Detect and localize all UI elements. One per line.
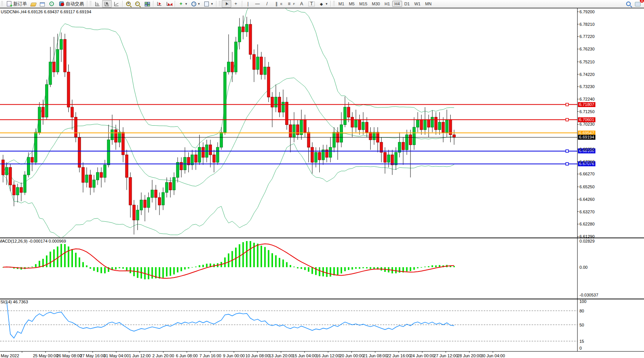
price-tick-label: 6.64260 — [579, 197, 595, 202]
shapes-tool-button[interactable]: ◆▾ — [317, 0, 330, 8]
bear-candle — [427, 120, 430, 127]
period-button[interactable]: ▾ — [189, 0, 202, 8]
macd-histogram-bar — [82, 262, 84, 267]
notifications-button[interactable]: 1 — [633, 0, 642, 8]
bull-candle — [49, 62, 52, 84]
bull-candle — [93, 180, 95, 188]
macd-axis-zero-label: 0.00 — [579, 265, 587, 270]
macd-histogram-bar — [228, 254, 229, 267]
timeframe-button-w1[interactable]: W1 — [412, 1, 423, 7]
bear-candle — [202, 147, 204, 157]
bear-candle — [351, 117, 354, 127]
zoom-in-icon: + — [126, 2, 131, 6]
line-chart-button[interactable] — [112, 0, 121, 8]
chart-shift-button[interactable] — [164, 0, 174, 8]
bull-candle — [140, 200, 143, 210]
bull-candle — [355, 120, 357, 127]
timeframe-button-m5[interactable]: M5 — [347, 1, 357, 7]
price-tick-label: 6.77220 — [579, 34, 595, 39]
bear-candle — [53, 62, 55, 72]
macd-histogram-bar — [370, 267, 371, 269]
tile-windows-button[interactable] — [142, 0, 152, 8]
toolbar-grip[interactable] — [1, 1, 3, 6]
macd-histogram-bar — [195, 267, 197, 267]
macd-histogram-bar — [304, 267, 306, 270]
timeframe-button-d1[interactable]: D1 — [402, 1, 412, 7]
macd-histogram-bar — [75, 253, 77, 267]
macd-histogram-bar — [290, 265, 291, 267]
bull-candle — [60, 39, 63, 49]
crosshair-tool-button[interactable]: + — [231, 0, 241, 8]
timeframe-button-m30[interactable]: M30 — [369, 1, 382, 7]
bear-candle — [260, 57, 263, 74]
bull-candle — [340, 125, 343, 142]
bull-candle — [227, 62, 230, 72]
toolbar-separator — [175, 1, 175, 7]
macd-histogram-bar — [315, 267, 317, 275]
search-button[interactable] — [624, 0, 633, 8]
depth-of-market-button[interactable] — [29, 0, 38, 8]
candlestick-button[interactable] — [102, 0, 112, 8]
chart-window[interactable]: USDCNH-,H4 6.69126 6.69437 6.69117 6.691… — [0, 8, 644, 358]
bear-candle — [158, 197, 161, 205]
toolbar-grip[interactable] — [219, 1, 221, 6]
macd-histogram-bar — [206, 264, 207, 267]
bull-candle — [314, 152, 317, 162]
vertical-line-tool-button[interactable]: | — [243, 0, 253, 8]
bollinger-middle-line — [3, 78, 454, 186]
fibonacci-tool-button[interactable]: ≡F — [284, 0, 297, 8]
bar-chart-button[interactable] — [93, 0, 102, 8]
bull-candle — [417, 120, 419, 127]
timeframe-button-mn[interactable]: MN — [423, 1, 434, 7]
timeframe-button-h1[interactable]: H1 — [382, 1, 392, 7]
zoom-in-button[interactable]: + — [124, 0, 133, 8]
toolbar-separator — [153, 1, 153, 7]
time-tick-label: 15 Jun 04:00 — [292, 353, 317, 358]
price-tick-label: 6.70230 — [579, 122, 595, 126]
channel-tool-button[interactable]: ∥E — [272, 0, 284, 8]
timeframe-button-m15[interactable]: M15 — [357, 1, 369, 7]
fibonacci-letter: F — [293, 2, 295, 6]
new-order-button[interactable]: 新订单 — [4, 0, 29, 8]
text-tool-button[interactable]: A — [297, 0, 306, 8]
timeframe-button-m1[interactable]: M1 — [336, 1, 346, 7]
macd-histogram-bar — [152, 267, 153, 279]
trendline-tool-button[interactable]: / — [262, 0, 272, 8]
cursor-tool-button[interactable]: ➤ — [222, 0, 231, 8]
macd-histogram-bar — [326, 267, 328, 277]
autotrade-button[interactable]: 自动交易 — [57, 0, 86, 8]
bear-candle — [249, 24, 252, 54]
macd-histogram-bar — [93, 267, 95, 271]
rsi-indicator-label: SI(14) 46.7363 — [0, 300, 28, 304]
bull-candle — [282, 102, 284, 112]
bull-candle — [395, 152, 397, 165]
label-tool-button[interactable]: T — [306, 0, 317, 8]
toolbar-grip[interactable] — [90, 1, 92, 6]
caret-down-icon: ▾ — [211, 2, 213, 6]
add-indicator-button[interactable]: +▾ — [176, 0, 189, 8]
macd-histogram-bar — [399, 267, 400, 273]
macd-histogram-bar — [68, 246, 69, 267]
zoom-out-button[interactable]: - — [133, 0, 142, 8]
macd-indicator-label: MACD(12,26,9) -0.000174 0.000969 — [0, 239, 66, 243]
bull-candle — [104, 165, 106, 177]
bull-candle — [24, 175, 26, 192]
time-tick-label: 20 Jun 00:00 — [339, 353, 364, 358]
tick-chart-button[interactable] — [47, 0, 57, 8]
vertical-line-icon: | — [245, 1, 251, 6]
auto-scroll-button[interactable] — [155, 0, 164, 8]
bull-candle — [256, 57, 259, 69]
horizontal-line-tool-button[interactable]: — — [253, 0, 262, 8]
time-tick-label: 13 Jun 20:00 — [269, 353, 293, 358]
new-chart-button[interactable] — [38, 0, 47, 8]
price-tick-label: 6.78210 — [579, 22, 595, 27]
price-tick-label: 6.76230 — [579, 47, 595, 51]
chart-canvas[interactable] — [0, 8, 644, 358]
timeframe-button-h4[interactable]: H4 — [392, 1, 402, 7]
macd-histogram-bar — [79, 257, 80, 267]
template-button[interactable]: ▾ — [202, 0, 215, 8]
bull-candle — [27, 157, 30, 175]
level-line-handle — [566, 103, 568, 106]
bear-candle — [155, 190, 157, 197]
toolbar-grip[interactable] — [333, 1, 335, 6]
